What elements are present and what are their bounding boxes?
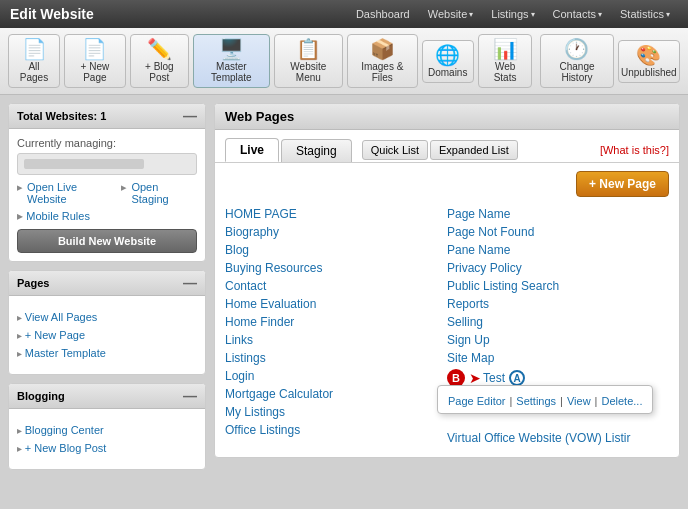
images-files-button[interactable]: 📦 Images & Files — [347, 34, 418, 88]
website-menu-button[interactable]: 📋 Website Menu — [274, 34, 343, 88]
page-link-biography[interactable]: Biography — [225, 223, 447, 241]
new-page-area: + New Page — [215, 163, 679, 201]
arrow-right-icon: ➤ — [469, 370, 481, 386]
tab-staging[interactable]: Staging — [281, 139, 352, 162]
page-link-buying-resources[interactable]: Buying Resources — [225, 259, 447, 277]
pages-minimize-button[interactable]: — — [183, 276, 197, 290]
blogging-center-link[interactable]: Blogging Center — [17, 424, 104, 436]
page-link-reports[interactable]: Reports — [447, 295, 669, 313]
nav-contacts[interactable]: Contacts ▾ — [545, 4, 610, 24]
new-page-sidebar-link[interactable]: + New Page — [17, 329, 85, 341]
toolbar: 📄 All Pages 📄 + New Page ✏️ + Blog Post … — [0, 28, 688, 95]
view-link[interactable]: View — [567, 395, 591, 407]
blogging-minimize-button[interactable]: — — [183, 389, 197, 403]
page-editor-link[interactable]: Page Editor — [448, 395, 505, 407]
mobile-rules-link[interactable]: Mobile Rules — [26, 210, 90, 222]
blog-post-button[interactable]: ✏️ + Blog Post — [130, 34, 189, 88]
website-menu-icon: 📋 — [296, 39, 321, 59]
unpublished-icon: 🎨 — [636, 45, 661, 65]
blogging-list: Blogging Center + New Blog Post — [17, 417, 197, 461]
chevron-down-icon: ▾ — [469, 10, 473, 19]
all-pages-button[interactable]: 📄 All Pages — [8, 34, 60, 88]
popup-links: Page Editor | Settings | View | Delete..… — [448, 395, 642, 407]
pages-col-left: HOME PAGE Biography Blog Buying Resource… — [225, 205, 447, 447]
domains-button[interactable]: 🌐 Domains — [422, 40, 474, 83]
bullet-icon: ▸ — [17, 181, 23, 205]
page-link-selling[interactable]: Selling — [447, 313, 669, 331]
page-link-mortgage-calculator[interactable]: Mortgage Calculator — [225, 385, 447, 403]
top-nav-links: Dashboard Website ▾ Listings ▾ Contacts … — [348, 4, 678, 24]
page-link-site-map[interactable]: Site Map — [447, 349, 669, 367]
view-all-pages-link[interactable]: View All Pages — [17, 311, 97, 323]
list-item: Master Template — [17, 344, 197, 362]
page-link-contact[interactable]: Contact — [225, 277, 447, 295]
total-websites-body: Currently managing: ▸ Open Live Website … — [9, 129, 205, 261]
open-staging-link[interactable]: Open Staging — [131, 181, 197, 205]
page-link-my-listings[interactable]: My Listings — [225, 403, 447, 421]
page-link-vow[interactable]: Virtual Office Website (VOW) Listir — [447, 429, 669, 447]
settings-link[interactable]: Settings — [516, 395, 556, 407]
page-link-blog[interactable]: Blog — [225, 241, 447, 259]
pages-box-header: Pages — — [9, 271, 205, 296]
page-link-office-listings[interactable]: Office Listings — [225, 421, 447, 439]
domains-icon: 🌐 — [435, 45, 460, 65]
nav-dashboard[interactable]: Dashboard — [348, 4, 418, 24]
page-title: Edit Website — [10, 6, 348, 22]
images-files-icon: 📦 — [370, 39, 395, 59]
site-links: ▸ Open Live Website ▸ Open Staging — [17, 181, 197, 205]
page-link-home-evaluation[interactable]: Home Evaluation — [225, 295, 447, 313]
site-name-bar — [17, 153, 197, 175]
web-stats-icon: 📊 — [493, 39, 518, 59]
chevron-down-icon: ▾ — [666, 10, 670, 19]
currently-managing-label: Currently managing: — [17, 137, 197, 149]
tab-live[interactable]: Live — [225, 138, 279, 162]
sidebar: Total Websites: 1 — Currently managing: … — [8, 103, 206, 470]
top-nav: Edit Website Dashboard Website ▾ Listing… — [0, 0, 688, 28]
new-page-content-button[interactable]: + New Page — [576, 171, 669, 197]
new-page-button[interactable]: 📄 + New Page — [64, 34, 126, 88]
delete-link[interactable]: Delete... — [601, 395, 642, 407]
master-template-sidebar-link[interactable]: Master Template — [17, 347, 106, 359]
site-name-value — [24, 159, 144, 169]
pages-col-right: Page Name Page Not Found Pane Name Priva… — [447, 205, 669, 447]
unpublished-button[interactable]: 🎨 Unpublished — [618, 40, 680, 83]
badge-a-icon: A — [509, 370, 525, 386]
blogging-box-header: Blogging — — [9, 384, 205, 409]
nav-website[interactable]: Website ▾ — [420, 4, 482, 24]
change-history-button[interactable]: 🕐 Change History — [540, 34, 613, 88]
popup-box: Page Editor | Settings | View | Delete..… — [437, 385, 653, 414]
nav-statistics[interactable]: Statistics ▾ — [612, 4, 678, 24]
open-live-website-link[interactable]: Open Live Website — [27, 181, 117, 205]
minimize-button[interactable]: — — [183, 109, 197, 123]
page-link-home-finder[interactable]: Home Finder — [225, 313, 447, 331]
nav-listings[interactable]: Listings ▾ — [483, 4, 542, 24]
page-link-login[interactable]: Login — [225, 367, 447, 385]
master-template-button[interactable]: 🖥️ Master Template — [193, 34, 270, 88]
build-website-button[interactable]: Build New Website — [17, 229, 197, 253]
page-link-sign-up[interactable]: Sign Up — [447, 331, 669, 349]
expanded-list-button[interactable]: Expanded List — [430, 140, 518, 160]
pages-columns: HOME PAGE Biography Blog Buying Resource… — [215, 201, 679, 457]
tabs-bar: Live Staging Quick List Expanded List [W… — [215, 130, 679, 163]
page-link-public-listing-search[interactable]: Public Listing Search — [447, 277, 669, 295]
page-link-listings[interactable]: Listings — [225, 349, 447, 367]
blog-post-icon: ✏️ — [147, 39, 172, 59]
chevron-down-icon: ▾ — [531, 10, 535, 19]
new-blog-post-link[interactable]: + New Blog Post — [17, 442, 106, 454]
page-link-homepage[interactable]: HOME PAGE — [225, 205, 447, 223]
list-item: + New Page — [17, 326, 197, 344]
main-layout: Total Websites: 1 — Currently managing: … — [0, 95, 688, 478]
pages-box-body: View All Pages + New Page Master Templat… — [9, 296, 205, 374]
page-link-pane-name[interactable]: Pane Name — [447, 241, 669, 259]
page-link-links[interactable]: Links — [225, 331, 447, 349]
list-item: View All Pages — [17, 308, 197, 326]
quick-list-button[interactable]: Quick List — [362, 140, 428, 160]
what-is-this-link[interactable]: [What is this?] — [600, 144, 669, 156]
total-websites-box: Total Websites: 1 — Currently managing: … — [8, 103, 206, 262]
page-link-page-name[interactable]: Page Name — [447, 205, 669, 223]
web-stats-button[interactable]: 📊 Web Stats — [478, 34, 533, 88]
page-link-page-not-found[interactable]: Page Not Found — [447, 223, 669, 241]
total-websites-header: Total Websites: 1 — — [9, 104, 205, 129]
bullet-icon: ▸ — [17, 209, 23, 223]
page-link-privacy-policy[interactable]: Privacy Policy — [447, 259, 669, 277]
